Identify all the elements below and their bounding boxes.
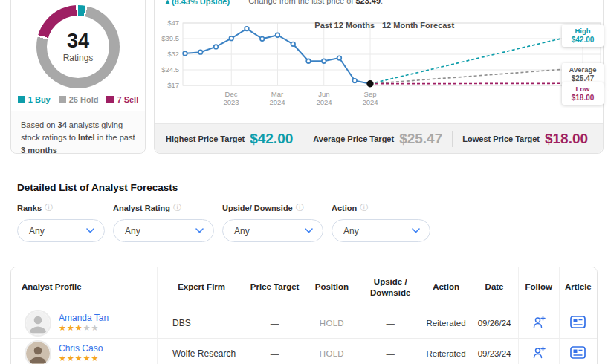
person-add-icon (532, 316, 546, 328)
filter-upside-downside-dropdown[interactable]: Any (222, 219, 323, 242)
filter-analyst-rating-dropdown[interactable]: Any (113, 219, 214, 242)
forecast-header: ▲(8.43% Upside) Change from the last pri… (155, 0, 603, 16)
article-icon (570, 346, 586, 359)
high-flag-title: High (563, 27, 602, 36)
table-row: Amanda Tan ★★★★★ DBS — HOLD — Reiterated… (11, 308, 597, 338)
person-add-icon (532, 346, 546, 359)
period-label-forecast: 12 Month Forecast (382, 21, 455, 30)
y-tick: $17 (167, 81, 179, 89)
legend-sell: 7 Sell (106, 95, 138, 104)
footnote-count: 34 (58, 120, 67, 129)
analyst-forecast-table: Analyst Profile Expert Firm Price Target… (10, 267, 598, 364)
analyst-name-link[interactable]: Amanda Tan (59, 313, 109, 323)
average-price-target: Average Price Target$25.47 (313, 131, 442, 147)
person-icon (26, 342, 50, 364)
info-icon[interactable]: ⓘ (173, 202, 181, 213)
info-icon[interactable]: ⓘ (360, 202, 368, 213)
average-flag-title: Average (563, 65, 602, 74)
legend-hold: 26 Hold (59, 95, 99, 104)
low-flag-title: Low (563, 85, 602, 94)
analyst-avatar[interactable] (25, 310, 51, 337)
x-tick: Jun (318, 90, 329, 98)
col-header-expert-firm: Expert Firm (158, 267, 245, 308)
price-chart: $47 $39.5 $32 $24.5 $17 Past 12 Months 1… (155, 16, 603, 108)
y-tick: $47 (167, 19, 179, 27)
col-header-upside-downside: Upside / Downside (360, 267, 421, 308)
filter-action: Actionⓘ Any (332, 202, 430, 242)
analyst-name-link[interactable]: Chris Caso (59, 343, 103, 354)
price-target-summary-bar: Highest Price Target$42.00 Average Price… (155, 123, 603, 153)
position-cell: HOLD (304, 308, 360, 338)
ratings-legend: 1 Buy 26 Hold 7 Sell (11, 95, 145, 104)
y-tick: $32 (167, 50, 179, 58)
col-header-analyst-profile: Analyst Profile (11, 267, 158, 308)
col-header-action: Action (421, 267, 471, 308)
highest-target-label: Highest Price Target (166, 134, 245, 143)
article-button[interactable] (570, 316, 586, 328)
chart-gridlines (183, 23, 601, 85)
article-icon (570, 316, 586, 328)
footnote-text: Based on (21, 120, 58, 129)
forecast-overview-section: 34 Ratings 1 Buy 26 Hold 7 Sell Based on… (10, 0, 604, 154)
upside-percent-label: ▲(8.43% Upside) (164, 0, 230, 6)
highest-target-value: $42.00 (250, 131, 293, 147)
legend-hold-label: 26 Hold (69, 95, 99, 104)
article-button[interactable] (570, 346, 586, 359)
chevron-down-icon (412, 228, 420, 233)
upside-downside-cell: — (360, 308, 421, 338)
col-header-price-target: Price Target (245, 267, 304, 308)
summary-divider (452, 131, 453, 147)
legend-buy: 1 Buy (18, 95, 51, 104)
lowest-target-label: Lowest Price Target (462, 134, 540, 143)
y-tick: $24.5 (161, 65, 179, 74)
period-label-past: Past 12 Months (314, 21, 375, 30)
action-cell: Reiterated (421, 308, 471, 338)
col-header-follow: Follow (518, 267, 559, 308)
x-tick: Dec (225, 90, 238, 98)
average-target-value: $25.47 (399, 131, 442, 147)
footnote-ticker: Intel (78, 133, 95, 142)
filter-analyst-rating-value: Any (125, 226, 140, 236)
lowest-price-target: Lowest Price Target$18.00 (462, 131, 588, 147)
x-tick: Mar (271, 90, 283, 98)
info-icon[interactable]: ⓘ (296, 202, 304, 213)
filter-ranks-dropdown[interactable]: Any (17, 219, 105, 242)
buy-color-swatch (18, 96, 25, 103)
header-divider (239, 0, 239, 10)
filter-ranks-value: Any (29, 226, 45, 236)
follow-analyst-button[interactable] (532, 316, 546, 328)
average-target-label: Average Price Target (313, 134, 394, 143)
analyst-profile-cell: Chris Caso ★★★★★ (14, 340, 154, 364)
action-cell: Reiterated (421, 338, 471, 364)
filter-analyst-rating-label: Analyst Ratingⓘ (113, 202, 214, 213)
col-header-date: Date (471, 267, 518, 308)
follow-analyst-button[interactable] (532, 346, 546, 359)
col-header-position: Position (304, 267, 360, 308)
ratings-total: 34 (67, 31, 89, 51)
filter-ranks: Ranksⓘ Any (17, 202, 105, 242)
analyst-avatar[interactable] (25, 340, 51, 364)
footnote-text: in the past (95, 133, 135, 142)
donut-center: 34 Ratings (47, 16, 109, 78)
last-price-period: . (381, 0, 383, 5)
filter-action-dropdown[interactable]: Any (332, 219, 430, 242)
col-header-article: Article (559, 267, 597, 308)
filter-action-label: Actionⓘ (332, 202, 430, 213)
legend-sell-label: 7 Sell (117, 95, 138, 104)
star-rating: ★★★★★ (59, 354, 103, 363)
high-flag-value: $42.00 (563, 36, 602, 45)
chart-series (183, 27, 583, 87)
info-icon[interactable]: ⓘ (45, 202, 53, 213)
ratings-footnote: Based on 34 analysts giving stock rating… (11, 111, 145, 153)
position-cell: HOLD (304, 338, 360, 364)
filter-upside-downside-value: Any (234, 226, 250, 236)
filter-ranks-label: Ranksⓘ (17, 202, 105, 213)
lowest-target-value: $18.00 (545, 131, 588, 147)
hold-color-swatch (59, 96, 66, 103)
chevron-down-icon (86, 228, 94, 233)
low-target-flag: Low $18.00 (562, 82, 604, 105)
x-tick: 2024 (269, 98, 285, 106)
expert-firm-cell: DBS (158, 308, 245, 338)
price-target-cell: — (245, 308, 304, 338)
date-cell: 09/26/24 (471, 308, 518, 338)
